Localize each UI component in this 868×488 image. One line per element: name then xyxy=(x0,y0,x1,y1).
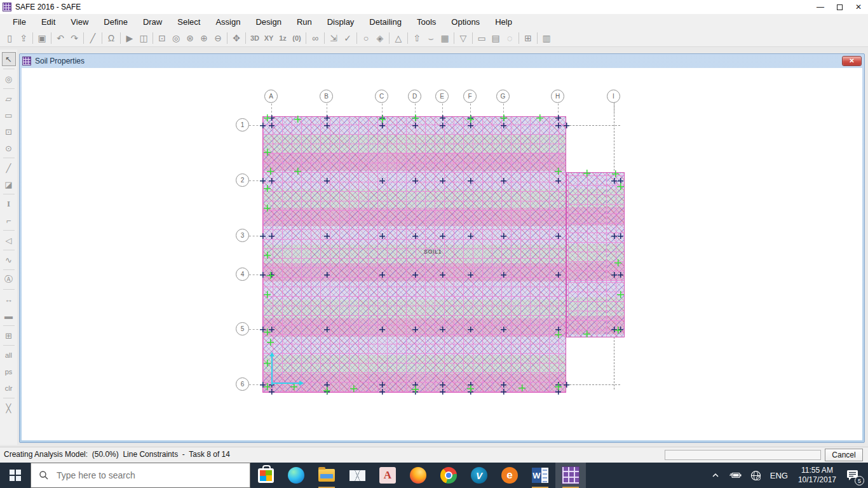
network-globe-icon[interactable] xyxy=(746,463,766,488)
point-objects-icon[interactable]: ○ xyxy=(359,31,373,45)
show-forces-icon[interactable]: ▽ xyxy=(456,31,470,45)
show-tables-icon[interactable]: ▤ xyxy=(489,31,503,45)
draw-dimension-icon[interactable]: ↔ xyxy=(2,292,16,306)
menu-select[interactable]: Select xyxy=(170,15,208,29)
view-xy-icon[interactable]: XY xyxy=(262,31,276,45)
menu-edit[interactable]: Edit xyxy=(34,15,63,29)
draw-line-slab-icon[interactable]: ◪ xyxy=(2,177,16,191)
snap-clr-icon[interactable]: clr xyxy=(2,381,16,395)
draw-ruler-icon[interactable]: ▬ xyxy=(2,309,16,323)
taskbar-v-media-button[interactable]: V xyxy=(464,463,494,488)
taskbar-safe-button[interactable] xyxy=(555,463,586,488)
soil-slab-extension[interactable] xyxy=(566,172,625,337)
draw-wall-icon[interactable]: ◁ xyxy=(2,233,16,247)
pan-icon[interactable]: ✥ xyxy=(229,31,243,45)
new-model-icon[interactable]: ▯ xyxy=(3,31,17,45)
taskbar-chrome-button[interactable] xyxy=(433,463,464,488)
action-center-button[interactable]: 5 xyxy=(842,463,868,488)
soil-slab-main[interactable] xyxy=(262,116,566,393)
draw-point-slab-icon[interactable]: ⊡ xyxy=(2,125,16,139)
menu-view[interactable]: View xyxy=(63,15,96,29)
snap-off-icon[interactable]: ╳ xyxy=(2,401,16,415)
menu-assign[interactable]: Assign xyxy=(208,15,248,29)
save-file-icon[interactable]: ▣ xyxy=(35,31,49,45)
taskbar-search[interactable] xyxy=(31,463,250,488)
menu-file[interactable]: File xyxy=(5,15,34,29)
zoom-in-icon[interactable]: ⊕ xyxy=(197,31,211,45)
check-model-icon[interactable]: ✓ xyxy=(341,31,355,45)
menu-display[interactable]: Display xyxy=(320,15,362,29)
restore-windows-icon[interactable]: ⇲ xyxy=(327,31,341,45)
draw-circle-slab-icon[interactable]: ⊙ xyxy=(2,141,16,155)
rubber-band-zoom-icon[interactable]: ⊡ xyxy=(155,31,169,45)
taskbar-word-button[interactable]: W xyxy=(525,463,555,488)
run-detailing-icon[interactable]: ◫ xyxy=(137,31,151,45)
undo-icon[interactable]: ↶ xyxy=(53,31,67,45)
show-deformed-icon[interactable]: ⌣ xyxy=(424,31,438,45)
menu-help[interactable]: Help xyxy=(487,15,520,29)
area-objects-icon[interactable]: ◈ xyxy=(373,31,387,45)
tray-chevron-icon[interactable] xyxy=(707,463,724,488)
cancel-button[interactable]: Cancel xyxy=(825,449,863,461)
lock-model-icon[interactable]: Ω xyxy=(104,31,118,45)
draw-design-strip-icon[interactable]: ⌐ xyxy=(2,214,16,227)
menu-design[interactable]: Design xyxy=(248,15,288,29)
show-loads-icon[interactable]: ⇧ xyxy=(410,31,424,45)
snap-ps-icon[interactable]: ps xyxy=(2,365,16,379)
taskbar-microsoft-store-button[interactable] xyxy=(250,463,281,488)
zoom-full-icon[interactable]: ◎ xyxy=(169,31,183,45)
draw-slab-icon[interactable]: ▱ xyxy=(2,92,16,105)
child-titlebar[interactable]: Soil Properties ✕ xyxy=(20,54,864,67)
draw-frame-line-icon[interactable]: ╱ xyxy=(2,161,16,175)
show-undeformed-icon[interactable]: △ xyxy=(391,31,405,45)
menu-options[interactable]: Options xyxy=(444,15,487,29)
joint-marker xyxy=(501,389,506,395)
draw-rect-slab-icon[interactable]: ▭ xyxy=(2,108,16,122)
run-analysis-icon[interactable]: ▶ xyxy=(123,31,137,45)
soil-point-marker xyxy=(583,330,590,337)
open-file-icon[interactable]: ⇪ xyxy=(17,31,31,45)
zoom-previous-icon[interactable]: ⊛ xyxy=(183,31,197,45)
snap-all-icon[interactable]: all xyxy=(2,348,16,362)
language-indicator[interactable]: ENG xyxy=(766,463,792,488)
close-button[interactable]: ✕ xyxy=(849,0,868,14)
menu-run[interactable]: Run xyxy=(289,15,320,29)
redo-icon[interactable]: ↷ xyxy=(67,31,81,45)
reshape-object-icon[interactable]: ◎ xyxy=(2,72,16,86)
zoom-out-icon[interactable]: ⊖ xyxy=(211,31,225,45)
taskbar-browser-e-button[interactable]: e xyxy=(494,463,525,488)
draw-beam-icon[interactable]: I xyxy=(2,197,16,211)
named-views-icon[interactable]: ∞ xyxy=(308,31,322,45)
clock[interactable]: 11:55 AM 10/17/2017 xyxy=(792,466,842,485)
taskbar-firefox-button[interactable] xyxy=(403,463,433,488)
menu-draw[interactable]: Draw xyxy=(135,15,170,29)
pointer-select-icon[interactable]: ↖ xyxy=(2,52,16,66)
maximize-button[interactable] xyxy=(830,0,849,14)
menu-define[interactable]: Define xyxy=(96,15,135,29)
battery-icon[interactable] xyxy=(724,463,746,488)
taskbar-mail-button[interactable] xyxy=(342,463,372,488)
show-contours-icon[interactable]: ▦ xyxy=(438,31,452,45)
drawing-canvas[interactable]: ABCDEFGHI123456SOIL1 xyxy=(22,68,862,440)
grid-options-icon[interactable]: ⊞ xyxy=(521,31,535,45)
view-3d-icon[interactable]: 3D xyxy=(248,31,262,45)
draw-line-icon[interactable]: ╱ xyxy=(86,31,100,45)
snap-to-grid-icon[interactable]: ⊞ xyxy=(2,329,16,342)
taskbar-file-explorer-button[interactable] xyxy=(311,463,342,488)
draw-tendon-icon[interactable]: ∿ xyxy=(2,253,16,267)
search-input[interactable] xyxy=(55,470,233,481)
draw-point-load-icon[interactable]: Ⓐ xyxy=(2,273,16,287)
select-special-icon[interactable]: ◌ xyxy=(503,31,517,45)
menu-tools[interactable]: Tools xyxy=(409,15,444,29)
report-writer-icon[interactable]: ▥ xyxy=(539,31,553,45)
taskbar-edge-button[interactable] xyxy=(281,463,311,488)
taskbar-autocad-button[interactable]: A xyxy=(372,463,403,488)
minimize-button[interactable]: — xyxy=(811,0,830,14)
rotate-view-icon[interactable]: (0) xyxy=(290,31,304,45)
design-strips-icon[interactable]: ▭ xyxy=(475,31,489,45)
start-button[interactable] xyxy=(0,463,31,488)
side-toolbar-separator xyxy=(3,345,15,346)
menu-detailing[interactable]: Detailing xyxy=(362,15,409,29)
view-1z-icon[interactable]: 1z xyxy=(276,31,290,45)
child-close-button[interactable]: ✕ xyxy=(842,56,862,66)
